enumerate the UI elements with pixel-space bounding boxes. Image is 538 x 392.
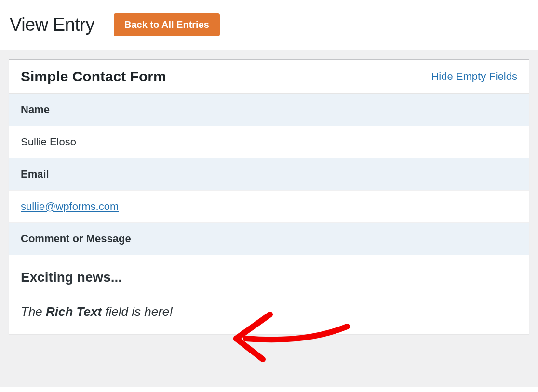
back-to-entries-button[interactable]: Back to All Entries [114,13,220,36]
page-title: View Entry [10,14,94,35]
message-bold: Rich Text [46,304,102,319]
field-label-message: Comment or Message [9,223,529,255]
message-prefix: The [21,304,46,319]
field-value-name: Sullie Eloso [9,126,529,158]
field-value-message: Exciting news... The Rich Text field is … [9,255,529,334]
email-link[interactable]: sullie@wpforms.com [21,200,119,212]
message-heading: Exciting news... [21,270,517,285]
panel-header: Simple Contact Form Hide Empty Fields [9,60,529,94]
content-area: Simple Contact Form Hide Empty Fields Na… [0,50,538,387]
field-label-email: Email [9,158,529,191]
message-suffix: field is here! [102,304,173,319]
hide-empty-fields-link[interactable]: Hide Empty Fields [431,70,517,83]
entry-panel: Simple Contact Form Hide Empty Fields Na… [9,59,529,334]
field-label-name: Name [9,94,529,126]
field-value-email: sullie@wpforms.com [9,191,529,223]
message-line: The Rich Text field is here! [21,304,517,319]
page-header: View Entry Back to All Entries [0,0,538,50]
form-title: Simple Contact Form [21,68,166,85]
